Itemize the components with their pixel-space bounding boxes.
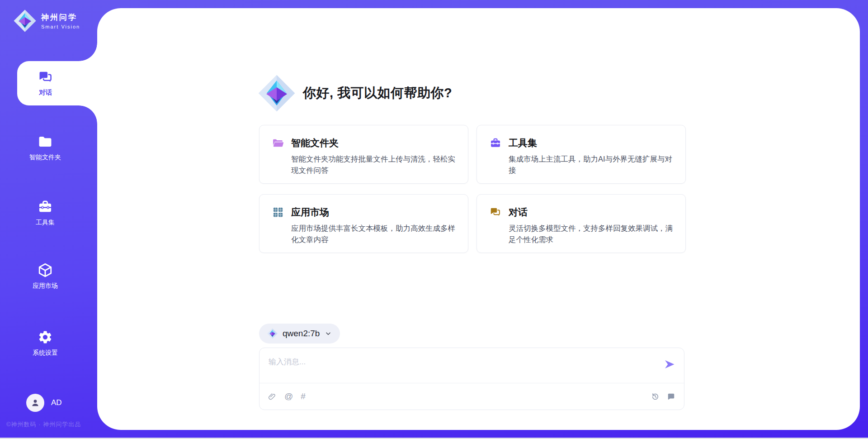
history-button[interactable] — [651, 392, 660, 401]
mention-button[interactable]: @ — [284, 391, 293, 401]
paperclip-icon — [268, 392, 277, 401]
user-profile[interactable]: AD — [26, 394, 62, 412]
folder-icon — [38, 134, 53, 149]
chat-bubbles-icon — [490, 206, 501, 218]
sidebar: 神州问学 Smart Vision 对话 智能文件夹 — [0, 0, 97, 439]
brand-logo-icon — [14, 9, 36, 33]
app-window: 神州问学 Smart Vision 对话 智能文件夹 — [0, 0, 868, 439]
brand-name: 神州问学 — [41, 12, 80, 23]
card-title: 应用市场 — [291, 206, 329, 219]
history-icon — [651, 392, 660, 401]
main-panel: 你好, 我可以如何帮助你? 智能文件夹 智能文件夹功能支持批量文件上传与清洗，轻… — [97, 8, 860, 430]
sidebar-item-label: 系统设置 — [33, 349, 58, 357]
feature-cards: 智能文件夹 智能文件夹功能支持批量文件上传与清洗，轻松实现文件问答 — [259, 125, 686, 253]
card-description: 灵活切换多模型文件，支持多样回复效果调试，满足个性化需求 — [509, 223, 673, 245]
sidebar-item-label: 智能文件夹 — [29, 153, 61, 162]
user-name: AD — [51, 398, 62, 407]
sidebar-item-smart-folders[interactable]: 智能文件夹 — [0, 134, 90, 162]
sidebar-item-toolset[interactable]: 工具集 — [0, 199, 90, 227]
chat-bubbles-icon — [38, 70, 53, 85]
sidebar-item-chat[interactable]: 对话 — [17, 61, 97, 105]
sidebar-item-app-market[interactable]: 应用市场 — [0, 262, 90, 290]
brand-subtitle: Smart Vision — [41, 24, 80, 29]
copyright: ©神州数码 · 神州问学出品 — [6, 420, 81, 429]
feature-card-smart-folders[interactable]: 智能文件夹 智能文件夹功能支持批量文件上传与清洗，轻松实现文件问答 — [259, 125, 468, 184]
gear-icon — [38, 329, 53, 345]
toolbox-icon — [490, 137, 501, 149]
avatar — [26, 394, 44, 412]
sidebar-item-settings[interactable]: 系统设置 — [0, 329, 90, 357]
chevron-down-icon — [325, 330, 332, 337]
greeting-title: 你好, 我可以如何帮助你? — [303, 84, 452, 102]
feature-card-chat[interactable]: 对话 灵活切换多模型文件，支持多样回复效果调试，满足个性化需求 — [476, 194, 686, 253]
topic-button[interactable]: # — [301, 391, 306, 401]
person-icon — [30, 397, 41, 408]
composer: @ # — [259, 348, 684, 410]
sidebar-item-label: 应用市场 — [33, 282, 58, 290]
attach-button[interactable] — [268, 392, 277, 401]
model-name: qwen2:7b — [283, 329, 320, 339]
message-input[interactable] — [259, 348, 643, 382]
brand: 神州问学 Smart Vision — [14, 9, 80, 33]
hero: 你好, 我可以如何帮助你? — [258, 74, 452, 112]
sidebar-item-label: 对话 — [39, 88, 52, 97]
card-title: 智能文件夹 — [291, 137, 339, 149]
card-description: 集成市场上主流工具，助力AI与外界无缝扩展与对接 — [509, 153, 673, 176]
model-selector[interactable]: qwen2:7b — [259, 324, 340, 344]
brand-text: 神州问学 Smart Vision — [41, 12, 80, 29]
sidebar-item-label: 工具集 — [36, 219, 55, 227]
toolbox-icon — [38, 199, 53, 215]
new-chat-button[interactable] — [667, 392, 675, 401]
card-title: 对话 — [509, 206, 528, 219]
send-button[interactable] — [662, 357, 677, 372]
send-icon — [663, 358, 676, 371]
model-logo-icon — [267, 328, 278, 339]
assistant-logo-icon — [258, 74, 295, 112]
card-description: 应用市场提供丰富长文本模板，助力高效生成多样化文章内容 — [291, 223, 455, 245]
cube-icon — [38, 262, 53, 278]
feature-card-app-market[interactable]: 应用市场 应用市场提供丰富长文本模板，助力高效生成多样化文章内容 — [259, 194, 468, 253]
feature-card-toolset[interactable]: 工具集 集成市场上主流工具，助力AI与外界无缝扩展与对接 — [476, 125, 686, 184]
card-description: 智能文件夹功能支持批量文件上传与清洗，轻松实现文件问答 — [291, 153, 455, 176]
chat-bubble-icon — [667, 392, 675, 401]
composer-toolbar: @ # — [259, 383, 684, 410]
folder-open-icon — [272, 137, 284, 149]
apps-grid-icon — [272, 206, 284, 218]
card-title: 工具集 — [509, 137, 537, 149]
